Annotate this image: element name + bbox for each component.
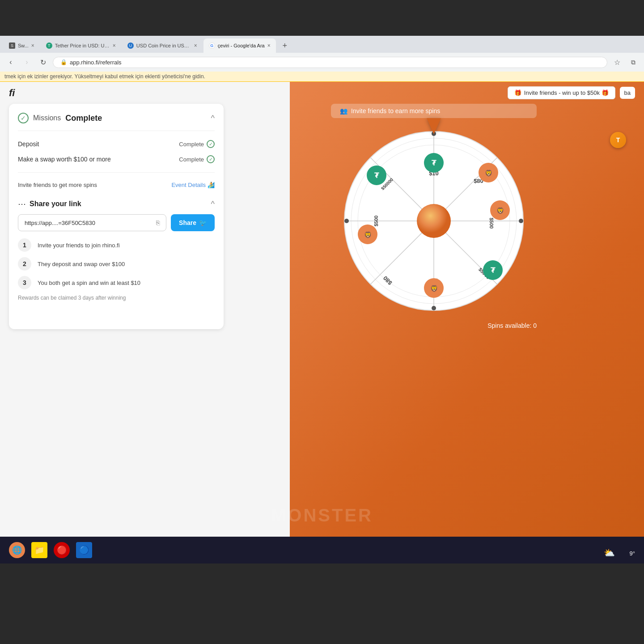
twitter-icon: 🐦 xyxy=(199,219,207,226)
invite-btn-label: Invite friends - win up to $50k 🎁 xyxy=(524,89,609,96)
missions-chevron[interactable]: ^ xyxy=(211,114,215,123)
tab-usdc-close[interactable]: × xyxy=(194,42,197,49)
missions-title-group: ✓ Missions Complete xyxy=(18,113,102,123)
mission-deposit: Deposit Complete ✓ xyxy=(18,136,215,152)
temperature-display: 9° xyxy=(630,550,635,557)
main-area: ✓ Missions Complete ^ Deposit Complete ✓ xyxy=(0,104,644,329)
mission-divider-1 xyxy=(18,131,215,131)
event-details-link[interactable]: Event Details 🏄 xyxy=(171,182,215,188)
tab-usdc[interactable]: U USD Coin Price in USD: US × xyxy=(122,38,203,53)
svg-text:🦁: 🦁 xyxy=(496,207,504,215)
extension-warning-text: tmek için ek izinler gerekiyor. Yükseltm… xyxy=(4,73,205,80)
mission-deposit-status: Complete ✓ xyxy=(179,140,215,148)
tab-google-close[interactable]: × xyxy=(267,42,271,49)
event-details-text: Event Details xyxy=(171,182,206,188)
share-section-header: ⋯ Share your link ^ xyxy=(18,199,215,209)
spin-wheel-container: $10 ₮ $80 🦁 $500 xyxy=(340,127,528,315)
step-text-2: They deposit and swap over $100 xyxy=(38,261,125,267)
url-text: app.rhino.fi/referrals xyxy=(70,59,122,66)
invite-friends-row: Invite friends to get more spins Event D… xyxy=(18,178,215,192)
taskbar-media[interactable]: 🔴 xyxy=(54,542,70,558)
missions-label: Missions xyxy=(33,114,61,122)
step-item-1: 1 Invite your friends to join rhino.fi xyxy=(18,238,215,252)
tab-usdc-label: USD Coin Price in USD: US xyxy=(136,43,191,48)
share-link-row: https://app....=36F50C5830 ⎘ Share 🐦 xyxy=(18,214,215,231)
mission-swap-status-text: Complete xyxy=(179,156,204,163)
extensions-btn[interactable]: ⧉ xyxy=(627,56,640,68)
tab-bar: S Sw... × T Tether Price in USD: USDT × … xyxy=(0,36,644,53)
back-btn[interactable]: ‹ xyxy=(4,56,17,68)
mission-divider-2 xyxy=(18,172,215,173)
mission-swap-check-icon: ✓ xyxy=(207,155,215,163)
tab-tether[interactable]: T Tether Price in USD: USDT × xyxy=(41,38,121,53)
refresh-btn[interactable]: ↻ xyxy=(37,56,49,68)
tab-tether-label: Tether Price in USD: USDT xyxy=(55,43,110,48)
svg-text:₮: ₮ xyxy=(491,267,496,274)
share-title-group: ⋯ Share your link xyxy=(18,199,81,209)
invite-more-spins-bar: 👥 Invite friends to earn more spins xyxy=(331,104,537,118)
svg-text:$500: $500 xyxy=(489,218,494,229)
step-item-3: 3 You both get a spin and win at least $… xyxy=(18,276,215,289)
address-bar-row: ‹ › ↻ 🔒 app.rhino.fi/referrals ☆ ⧉ xyxy=(0,53,644,72)
site-logo: fi xyxy=(9,87,15,99)
back-nav[interactable]: ba xyxy=(620,87,635,99)
taskbar: 🌐 📁 🔴 🔵 ⛅ 9° xyxy=(0,537,644,564)
link-input-display[interactable]: https://app....=36F50C5830 ⎘ xyxy=(18,214,166,231)
svg-point-33 xyxy=(344,219,349,223)
page-content: fi 🎁 Invite friends - win up to $50k 🎁 b… xyxy=(0,82,644,561)
taskbar-files[interactable]: 📁 xyxy=(31,542,47,558)
copy-icon[interactable]: ⎘ xyxy=(156,219,160,226)
missions-complete-badge: Complete xyxy=(65,114,102,123)
step-item-2: 2 They deposit and swap over $100 xyxy=(18,257,215,271)
left-panel: ✓ Missions Complete ^ Deposit Complete ✓ xyxy=(9,104,224,329)
mission-swap-status: Complete ✓ xyxy=(179,155,215,163)
missions-check-icon: ✓ xyxy=(18,113,29,123)
mission-deposit-check-icon: ✓ xyxy=(207,140,215,148)
mission-deposit-name: Deposit xyxy=(18,140,39,148)
svg-text:₮: ₮ xyxy=(432,159,436,167)
share-chevron[interactable]: ^ xyxy=(211,199,215,209)
wheel-pointer xyxy=(427,118,441,134)
spins-available: Spins available: 0 xyxy=(331,322,537,329)
mission-swap-name: Make a swap worth $100 or more xyxy=(18,156,111,163)
step-list: 1 Invite your friends to join rhino.fi 2… xyxy=(18,238,215,289)
invite-friends-text: Invite friends to get more spins xyxy=(18,182,97,188)
invite-spins-text: Invite friends to earn more spins xyxy=(351,107,440,114)
extension-warning-bar: tmek için ek izinler gerekiyor. Yükseltm… xyxy=(0,72,644,82)
step-num-2: 2 xyxy=(18,257,31,271)
mission-deposit-status-text: Complete xyxy=(179,141,204,148)
tab-google-label: çeviri - Google'da Ara xyxy=(218,43,265,48)
rewards-note: Rewards can be claimed 3 days after winn… xyxy=(18,295,215,301)
step-num-1: 1 xyxy=(18,238,31,252)
bookmark-btn[interactable]: ☆ xyxy=(611,56,623,68)
weather-icon: ⛅ xyxy=(604,547,615,558)
step-num-3: 3 xyxy=(18,276,31,289)
address-bar[interactable]: 🔒 app.rhino.fi/referrals xyxy=(53,57,607,68)
svg-text:$500: $500 xyxy=(373,216,379,226)
tab-tether-close[interactable]: × xyxy=(113,42,116,49)
share-twitter-btn[interactable]: Share 🐦 xyxy=(171,214,215,231)
tab-sw-close[interactable]: × xyxy=(31,42,34,49)
svg-text:🦁: 🦁 xyxy=(430,285,438,292)
tab-sw[interactable]: S Sw... × xyxy=(4,38,40,53)
wheel-svg[interactable]: $10 ₮ $80 🦁 $500 xyxy=(340,127,528,315)
svg-point-7 xyxy=(417,204,451,238)
forward-btn[interactable]: › xyxy=(21,56,33,68)
wave-icon: 🏄 xyxy=(208,182,215,188)
taskbar-app[interactable]: 🔵 xyxy=(76,542,92,558)
share-title: Share your link xyxy=(30,200,81,208)
taskbar-browser[interactable]: 🌐 xyxy=(9,542,25,558)
gift-icon: 🎁 xyxy=(514,89,521,96)
svg-text:🦁: 🦁 xyxy=(485,169,493,177)
right-panel: 👥 Invite friends to earn more spins xyxy=(233,104,635,329)
new-tab-btn[interactable]: + xyxy=(279,39,291,52)
step-text-1: Invite your friends to join rhino.fi xyxy=(38,242,120,249)
missions-header: ✓ Missions Complete ^ xyxy=(18,113,215,123)
invite-friends-btn[interactable]: 🎁 Invite friends - win up to $50k 🎁 xyxy=(508,86,615,99)
brand-watermark: MONSTER xyxy=(271,505,373,525)
svg-text:₮: ₮ xyxy=(374,172,379,179)
svg-point-31 xyxy=(519,219,523,223)
link-text: https://app....=36F50C5830 xyxy=(25,220,95,226)
svg-point-32 xyxy=(432,306,436,310)
tab-google[interactable]: G çeviri - Google'da Ara × xyxy=(203,38,276,53)
